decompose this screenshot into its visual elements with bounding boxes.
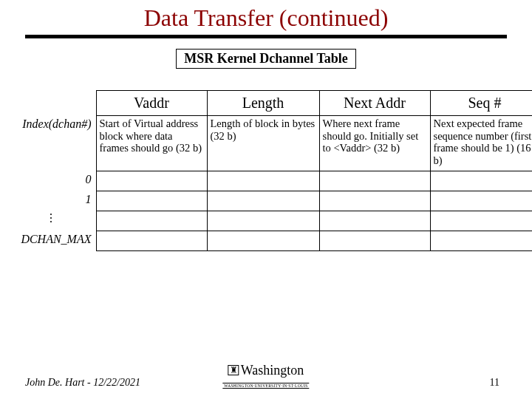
table-cell	[207, 171, 319, 191]
shield-icon: ♜	[228, 365, 239, 375]
title-underline	[25, 35, 507, 38]
table-cell	[319, 231, 430, 251]
index-header-blank	[7, 91, 96, 116]
footer-logo-main: Washington	[241, 363, 304, 378]
col-head-vaddr: Vaddr	[96, 91, 207, 116]
page-number: 11	[490, 377, 499, 389]
desc-length: Length of block in bytes (32 b)	[207, 116, 319, 171]
table-cell	[430, 171, 532, 191]
table-cell	[319, 191, 430, 211]
row-index-ellipsis: ···	[7, 211, 96, 231]
table-cell	[430, 211, 532, 231]
table-cell	[207, 191, 319, 211]
table-cell	[430, 191, 532, 211]
desc-seq: Next expected frame sequence number (fir…	[430, 116, 532, 171]
row-index-0: 0	[7, 171, 96, 191]
table-cell	[96, 231, 207, 251]
desc-vaddr: Start of Virtual address block where dat…	[96, 116, 207, 171]
table-caption: MSR Kernel Dchannel Table	[176, 49, 356, 69]
table-cell	[207, 211, 319, 231]
slide-title: Data Transfer (continued)	[0, 4, 532, 32]
table-cell	[96, 171, 207, 191]
vertical-ellipsis-icon: ···	[50, 213, 52, 224]
footer-logo: ♜Washington WASHINGTON·UNIVERSITY·IN·ST·…	[222, 363, 309, 390]
table-cell	[96, 191, 207, 211]
table-cell	[319, 171, 430, 191]
desc-nextaddr: Where next frame should go. Initially se…	[319, 116, 430, 171]
table-cell	[430, 231, 532, 251]
table-cell	[96, 211, 207, 231]
footer-logo-sub: WASHINGTON·UNIVERSITY·IN·ST·LOUIS	[222, 383, 309, 389]
footer-author-date: John De. Hart - 12/22/2021	[25, 377, 140, 389]
row-index-max: DCHAN_MAX	[7, 231, 96, 251]
table-cell	[207, 231, 319, 251]
col-head-nextaddr: Next Addr	[319, 91, 430, 116]
index-label: Index(dchan#)	[7, 116, 96, 171]
table-cell	[319, 211, 430, 231]
col-head-length: Length	[207, 91, 319, 116]
dchannel-table: Vaddr Length Next Addr Seq # Index(dchan…	[7, 90, 525, 251]
col-head-seq: Seq #	[430, 91, 532, 116]
